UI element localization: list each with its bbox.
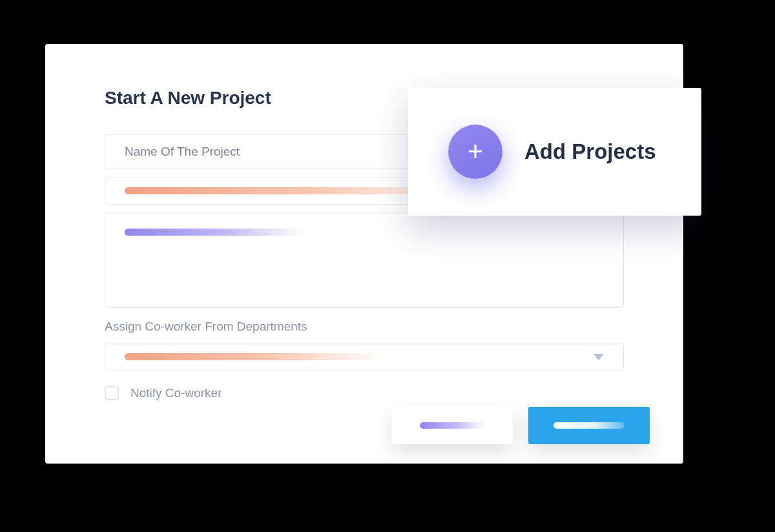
button-label-skeleton — [553, 422, 625, 429]
notify-coworker-label: Notify Co-worker — [130, 386, 222, 400]
assign-coworker-label: Assign Co-worker From Departments — [105, 320, 624, 334]
notify-coworker-checkbox[interactable] — [105, 386, 119, 400]
project-description-textarea[interactable] — [105, 212, 624, 308]
placeholder-skeleton — [125, 229, 305, 236]
project-name-placeholder: Name Of The Project — [125, 145, 240, 159]
add-projects-card[interactable]: + Add Projects — [408, 88, 701, 216]
chevron-down-icon — [594, 354, 604, 360]
notify-coworker-row: Notify Co-worker — [105, 386, 624, 400]
submit-button[interactable] — [528, 407, 650, 444]
cancel-button[interactable] — [391, 407, 513, 444]
add-projects-label: Add Projects — [524, 139, 656, 164]
button-label-skeleton — [420, 422, 484, 429]
placeholder-skeleton — [125, 353, 383, 360]
add-projects-plus-button[interactable]: + — [448, 125, 502, 179]
department-select[interactable] — [105, 343, 624, 371]
form-button-row — [391, 407, 650, 444]
plus-icon: + — [468, 138, 484, 165]
